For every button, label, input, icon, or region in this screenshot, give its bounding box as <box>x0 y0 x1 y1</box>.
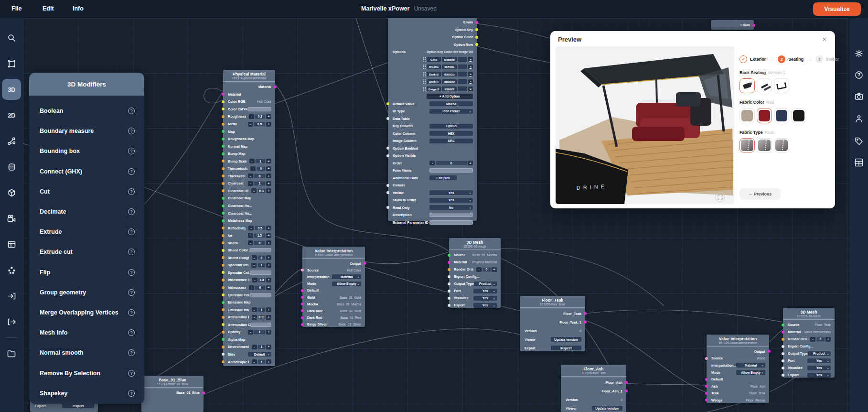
port-dot[interactable] <box>301 316 304 319</box>
option-key-input[interactable]: Mocha <box>427 65 441 69</box>
row-stepper[interactable]: -0.5+ <box>248 122 271 127</box>
seat-option[interactable] <box>739 78 755 93</box>
plus-button[interactable]: + <box>266 285 271 290</box>
plus-button[interactable]: + <box>266 255 271 260</box>
stepper-value[interactable]: 0 <box>255 285 265 290</box>
option-url-input[interactable] <box>458 79 467 84</box>
port-dot[interactable] <box>202 391 205 394</box>
port-dot[interactable] <box>222 293 225 296</box>
port-dot[interactable] <box>222 256 225 259</box>
visualize-button[interactable]: Visualize <box>813 2 861 16</box>
port-dot[interactable] <box>222 331 225 334</box>
drag-handle-icon[interactable] <box>423 72 426 76</box>
port-dot[interactable] <box>386 102 389 105</box>
option-url-input[interactable] <box>458 65 467 69</box>
port-dot[interactable] <box>222 212 225 215</box>
row-stepper[interactable]: -0+ <box>476 267 497 272</box>
modifier-item[interactable]: Connect (GHX) ? <box>29 162 144 182</box>
row-select[interactable]: Default⌄ <box>248 352 271 357</box>
option-url-input[interactable] <box>458 87 467 91</box>
port-dot[interactable] <box>222 152 225 155</box>
row-stepper[interactable]: -1+ <box>252 345 271 349</box>
row-select[interactable]: Yes⌄ <box>429 190 473 195</box>
sign-in-icon[interactable] <box>0 283 23 309</box>
plus-button[interactable]: + <box>266 159 271 163</box>
plus-button[interactable]: + <box>492 267 497 272</box>
row-stepper[interactable]: -0+ <box>250 166 271 171</box>
port-dot[interactable] <box>222 205 225 207</box>
menu-file[interactable]: File <box>11 5 22 12</box>
row-pill[interactable]: Option <box>429 124 473 129</box>
help-icon[interactable]: ? <box>128 108 135 114</box>
sign-out-icon[interactable] <box>0 309 23 335</box>
fabric-color-swatch[interactable] <box>757 108 772 123</box>
port-dot[interactable] <box>448 297 450 300</box>
port-dot[interactable] <box>386 154 389 157</box>
help-icon[interactable]: ? <box>128 148 135 154</box>
row-select[interactable]: Icon Picker⌄ <box>429 109 473 114</box>
port-dot[interactable] <box>448 261 450 264</box>
stepper-value[interactable]: 0 <box>436 161 467 165</box>
help-icon[interactable]: ? <box>128 329 135 336</box>
minus-button[interactable]: - <box>810 337 815 342</box>
plus-button[interactable]: + <box>266 173 271 178</box>
row-stepper[interactable]: -1.3+ <box>252 278 271 282</box>
port-dot[interactable] <box>301 269 304 271</box>
row-button[interactable]: Update version <box>551 337 581 342</box>
port-dot[interactable] <box>782 352 784 355</box>
remove-option-button[interactable]: × <box>468 87 473 91</box>
remove-option-button[interactable]: × <box>468 72 473 76</box>
fabric-type-option[interactable] <box>739 138 755 152</box>
port-dot[interactable] <box>782 331 784 334</box>
port-dot[interactable] <box>386 191 389 194</box>
port-dot[interactable] <box>274 86 277 88</box>
drag-handle-icon[interactable] <box>423 57 426 62</box>
stepper-value[interactable]: 1 <box>255 159 265 163</box>
row-select[interactable]: Material⌄ <box>332 274 361 279</box>
plus-button[interactable]: + <box>266 330 271 335</box>
remove-option-button[interactable]: × <box>468 79 473 84</box>
port-dot[interactable] <box>222 241 225 244</box>
port-dot[interactable] <box>782 374 784 377</box>
minus-button[interactable]: - <box>248 122 253 127</box>
row-input[interactable] <box>250 293 271 297</box>
port-dot[interactable] <box>222 130 225 133</box>
minus-button[interactable]: - <box>252 255 257 260</box>
help-icon[interactable] <box>853 69 865 81</box>
database-icon[interactable] <box>0 154 23 180</box>
row-button[interactable]: Inspect <box>62 403 94 408</box>
port-dot[interactable] <box>222 346 225 348</box>
row-input[interactable] <box>429 168 473 173</box>
help-icon[interactable]: ? <box>128 208 135 215</box>
search-icon[interactable] <box>0 25 23 51</box>
drag-handle-icon[interactable] <box>423 87 426 91</box>
stepper-value[interactable]: 1 <box>257 345 265 349</box>
remove-option-button[interactable]: × <box>468 57 473 62</box>
row-button[interactable]: Inspect <box>551 346 581 350</box>
port-dot[interactable] <box>222 123 225 126</box>
port-dot[interactable] <box>625 390 628 392</box>
person-icon[interactable] <box>853 113 865 125</box>
port-dot[interactable] <box>222 264 225 267</box>
row-select[interactable]: Yes⌄ <box>473 289 497 293</box>
row-pill[interactable]: URL <box>429 139 473 143</box>
row-stepper[interactable]: -1+ <box>248 181 271 186</box>
port-dot[interactable] <box>584 321 587 324</box>
row-input[interactable] <box>250 248 271 252</box>
row-select[interactable]: Yes⌄ <box>807 373 831 378</box>
port-dot[interactable] <box>705 385 708 388</box>
row-select[interactable]: Product⌄ <box>808 351 831 356</box>
port-dot[interactable] <box>301 303 304 305</box>
row-select[interactable]: Yes⌄ <box>473 296 497 301</box>
minus-button[interactable]: - <box>252 359 257 364</box>
option-key-input[interactable]: Dark R <box>427 79 441 84</box>
port-dot[interactable] <box>222 234 225 237</box>
cluster-icon[interactable] <box>0 257 23 283</box>
modifier-item[interactable]: Cut ? <box>29 182 144 202</box>
minus-button[interactable]: - <box>476 267 482 272</box>
close-icon[interactable]: × <box>820 34 829 43</box>
graph-node[interactable]: Value Interpretation 107320-value-interp… <box>707 335 769 403</box>
menu-edit[interactable]: Edit <box>43 5 54 12</box>
help-icon[interactable]: ? <box>128 228 135 235</box>
stepper-value[interactable]: 0 <box>257 166 266 171</box>
